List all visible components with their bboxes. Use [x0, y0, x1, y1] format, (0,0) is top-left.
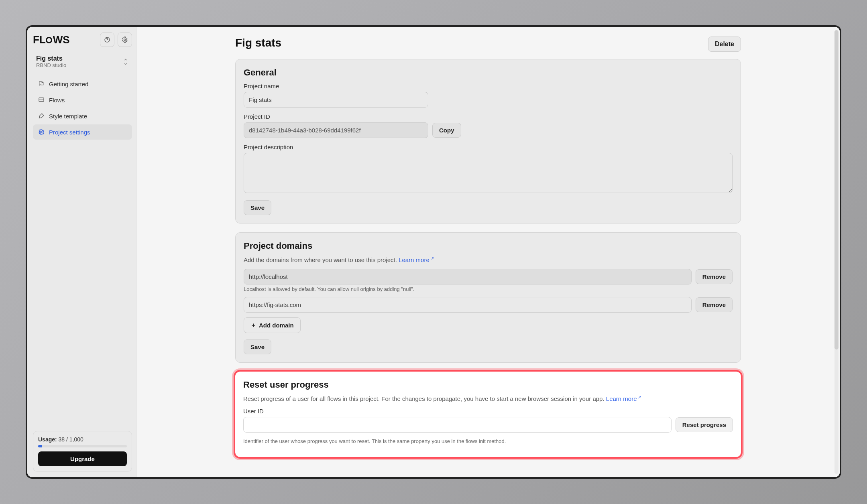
user-id-input[interactable] [243, 417, 672, 433]
add-domain-button[interactable]: ＋ Add domain [244, 317, 301, 333]
user-id-label: User ID [243, 408, 733, 415]
domain-rows: Remove Localhost is allowed by default. … [244, 269, 733, 313]
gear-icon [122, 37, 128, 43]
app-window: FLWS Fig stats RBND studio [26, 25, 841, 479]
project-id-field: Project ID Copy [244, 113, 733, 138]
gear-icon [38, 128, 45, 136]
sidebar-nav: Getting started Flows Style template Pro… [33, 76, 132, 140]
sidebar-item-project-settings[interactable]: Project settings [33, 124, 132, 140]
plus-icon: ＋ [250, 321, 256, 329]
domain-row: Remove [244, 297, 733, 313]
remove-domain-button[interactable]: Remove [696, 269, 733, 284]
scrollbar-thumb[interactable] [834, 30, 839, 350]
general-save-button[interactable]: Save [244, 200, 271, 215]
domain-row: Remove [244, 269, 733, 285]
user-id-field: User ID Reset progress [243, 408, 733, 433]
domains-save-button[interactable]: Save [244, 339, 271, 354]
svg-point-1 [107, 41, 108, 41]
reset-title: Reset user progress [243, 380, 733, 390]
sidebar-item-label: Flows [49, 97, 65, 104]
sidebar-footer: Usage: 38 / 1,000 Upgrade [33, 431, 132, 471]
project-description-label: Project description [244, 144, 733, 150]
svg-rect-3 [39, 98, 44, 102]
domains-title: Project domains [244, 241, 733, 251]
domain-input[interactable] [244, 269, 692, 285]
question-icon [104, 37, 110, 43]
project-name: Fig stats [36, 55, 66, 62]
logo: FLWS [33, 34, 70, 46]
general-card: General Project name Project ID Copy Pro… [235, 59, 741, 224]
logo-o-icon [46, 37, 52, 43]
project-description-input[interactable] [244, 153, 733, 193]
reset-subtext: Reset progress of a user for all flows i… [243, 395, 733, 402]
sidebar: FLWS Fig stats RBND studio [27, 27, 136, 477]
project-name-field: Project name [244, 83, 733, 108]
sidebar-header: FLWS [33, 33, 132, 47]
sidebar-item-getting-started[interactable]: Getting started [33, 76, 132, 91]
flows-icon [38, 96, 45, 104]
usage-bar [38, 445, 127, 447]
usage-text: Usage: 38 / 1,000 [38, 436, 127, 443]
usage-bar-fill [38, 445, 42, 447]
copy-project-id-button[interactable]: Copy [432, 123, 461, 138]
page-header: Fig stats Delete [235, 37, 741, 52]
add-domain-label: Add domain [259, 322, 294, 329]
project-name-input[interactable] [244, 92, 428, 108]
sidebar-item-label: Style template [49, 113, 87, 120]
delete-project-button[interactable]: Delete [708, 37, 741, 52]
brush-icon [38, 112, 45, 120]
general-title: General [244, 67, 733, 78]
reset-progress-button[interactable]: Reset progress [676, 417, 733, 432]
settings-button[interactable] [118, 33, 132, 47]
external-link-icon: ↗ [637, 395, 641, 399]
sidebar-item-flows[interactable]: Flows [33, 92, 132, 108]
svg-point-5 [41, 131, 42, 133]
usage-label: Usage: [38, 436, 57, 443]
sidebar-item-label: Project settings [49, 129, 90, 136]
remove-domain-button[interactable]: Remove [696, 297, 733, 312]
project-name-label: Project name [244, 83, 733, 89]
flag-icon [38, 80, 45, 87]
project-selector[interactable]: Fig stats RBND studio [33, 53, 132, 71]
scrollbar[interactable] [834, 30, 839, 474]
reset-user-progress-card: Reset user progress Reset progress of a … [235, 372, 741, 457]
org-name: RBND studio [36, 62, 66, 68]
sidebar-item-label: Getting started [49, 81, 88, 87]
sidebar-item-style-template[interactable]: Style template [33, 108, 132, 124]
reset-learn-more-link[interactable]: Learn more ↗ [606, 395, 641, 402]
project-id-label: Project ID [244, 113, 733, 120]
upgrade-button[interactable]: Upgrade [38, 451, 127, 466]
main-content: Fig stats Delete General Project name Pr… [136, 27, 840, 477]
usage-value: 38 / 1,000 [59, 436, 83, 443]
project-description-field: Project description [244, 144, 733, 195]
project-domains-card: Project domains Add the domains from whe… [235, 232, 741, 363]
external-link-icon: ↗ [429, 256, 434, 260]
domain-input[interactable] [244, 297, 692, 313]
domain-help-text: Localhost is allowed by default. You can… [244, 286, 733, 292]
user-id-help-text: Identifier of the user whose progress yo… [243, 438, 733, 444]
svg-point-2 [124, 39, 126, 41]
usage-box: Usage: 38 / 1,000 Upgrade [33, 431, 132, 471]
page-title: Fig stats [235, 37, 281, 49]
domains-learn-more-link[interactable]: Learn more ↗ [399, 256, 434, 263]
help-button[interactable] [100, 33, 114, 47]
chevron-down-icon [122, 59, 129, 65]
project-id-input[interactable] [244, 122, 428, 138]
sidebar-header-actions [100, 33, 132, 47]
project-selector-text: Fig stats RBND studio [36, 55, 66, 68]
domains-subtext: Add the domains from where you want to u… [244, 256, 733, 263]
